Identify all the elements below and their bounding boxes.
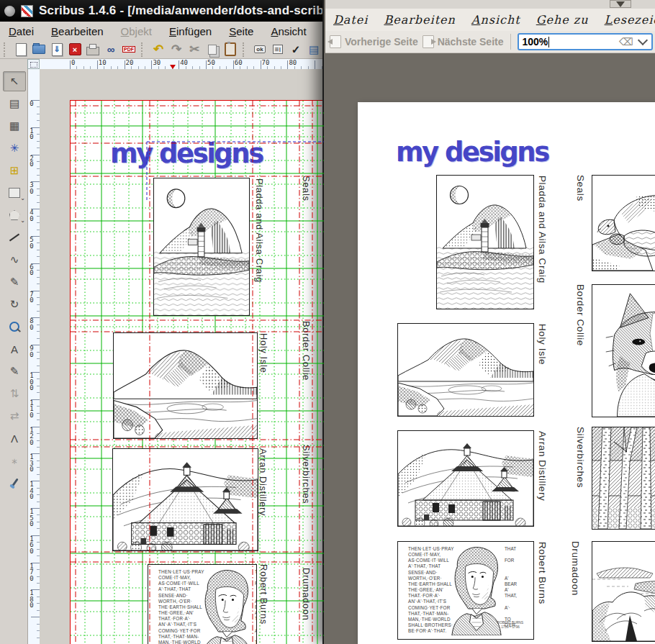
label-arran[interactable]: Arran Distillery — [258, 448, 268, 516]
pdf-viewer-window: DateiBearbeitenAnsichtGehe zuLesezeichen… — [322, 0, 655, 644]
line-icon[interactable] — [3, 227, 26, 248]
h-ruler-number: 80 — [289, 59, 297, 66]
next-page-button[interactable]: Nächste Seite — [423, 35, 504, 48]
image-frame-arran[interactable] — [112, 448, 258, 551]
pdf-label-holy-isle: Holy Isle — [537, 324, 548, 365]
preflight-verifier-button[interactable]: ∞ — [103, 42, 119, 58]
zoom-value: 100% — [523, 36, 548, 47]
viewer-content-area[interactable]: my designs Pladda and Ailsa Craig Seals … — [325, 53, 655, 644]
menu-item-gehe-zu[interactable]: Gehe zu — [528, 10, 597, 30]
h-ruler-number: 0 — [71, 59, 75, 66]
menu-item-seite[interactable]: Seite — [220, 23, 262, 40]
previous-page-button[interactable]: Vorherige Seite — [330, 35, 418, 48]
menu-item-bearbeiten[interactable]: Bearbeiten — [376, 10, 463, 30]
zoom-icon[interactable] — [3, 317, 26, 337]
image-frame-burns[interactable]: THEN·LET·US·PRAYCOME·IT·MAY,AS·COME·IT·W… — [148, 564, 257, 644]
menu-item-datei[interactable]: Datei — [0, 23, 42, 40]
printer-icon — [86, 47, 99, 55]
polygon-icon[interactable]: ⌄ — [3, 205, 26, 225]
pdf-label-robert-burns: Robert Burns — [537, 542, 548, 604]
image-frame-pladda[interactable] — [153, 178, 250, 316]
vertical-ruler[interactable]: 0102030405060708090100110120130140150160… — [27, 69, 40, 644]
copy-properties-icon[interactable]: ⁎ — [3, 450, 26, 471]
export-pdf-button[interactable]: PDF — [121, 42, 137, 58]
unlink-frames-icon[interactable]: ⇄ — [3, 406, 26, 426]
burns-poem: THEN·LET·US·PRAYCOME·IT·MAY,AS·COME·IT·W… — [158, 569, 238, 644]
window-control-button[interactable] — [610, 0, 631, 8]
freehand-icon[interactable]: ✎ — [3, 272, 26, 292]
scribus-app-icon — [21, 5, 33, 17]
render-frame-icon[interactable]: ✳ — [3, 138, 26, 158]
next-page-icon — [423, 35, 434, 48]
toolbar-handle[interactable] — [141, 42, 146, 57]
open-document-button[interactable] — [31, 42, 47, 58]
ruler-origin-box[interactable] — [27, 59, 40, 69]
burns-poem-fragment: THAT — [255, 569, 257, 574]
menu-item-objekt[interactable]: Objekt — [112, 23, 161, 40]
save-document-button[interactable]: ⇓ — [49, 42, 65, 58]
pdf-push-button-tool[interactable]: ok — [252, 42, 268, 58]
measure-icon[interactable]: Λ — [3, 428, 26, 448]
label-drumadoon[interactable]: Drumadoon — [301, 568, 312, 620]
pdf-combo-box-tool[interactable]: ▤ — [306, 42, 322, 58]
select-icon[interactable]: ↖ — [3, 71, 26, 91]
clear-input-icon[interactable]: ⌫ — [619, 36, 633, 47]
eyedropper-icon[interactable] — [3, 473, 26, 493]
rotate-icon[interactable]: ↻ — [3, 294, 26, 314]
previous-page-label: Vorherige Seite — [345, 36, 418, 47]
menu-item-einfügen[interactable]: Einfügen — [161, 23, 220, 40]
close-document-button[interactable]: × — [67, 42, 83, 58]
menu-item-ansicht[interactable]: Ansicht — [262, 23, 315, 40]
scissors-icon: ✂ — [189, 42, 199, 57]
viewer-menubar: DateiBearbeitenAnsichtGehe zuLesezeichen… — [325, 9, 655, 32]
label-seals[interactable]: Seals — [301, 176, 312, 201]
text-frame-icon[interactable]: ▤ — [3, 94, 26, 114]
shape-icon[interactable]: ⌄ — [3, 183, 26, 203]
window-menu-icon[interactable] — [4, 6, 15, 17]
pdf-label-silverbirches: Silverbirches — [575, 427, 586, 488]
v-ruler-number: 170 — [28, 563, 35, 582]
redo-button[interactable]: ↷ — [168, 42, 184, 58]
burns-poem-fragment: A'· — [505, 605, 510, 610]
image-frame-icon[interactable]: ▦ — [3, 116, 26, 136]
story-editor-icon[interactable]: ✎ — [3, 361, 26, 381]
menu-item-bearbeiten[interactable]: Bearbeiten — [42, 23, 112, 40]
toolbar-handle[interactable] — [4, 42, 9, 57]
menu-item-datei[interactable]: Datei — [325, 10, 376, 30]
paste-button[interactable] — [222, 42, 238, 58]
pladda-artwork — [154, 178, 249, 315]
v-ruler-number: 110 — [28, 400, 35, 419]
pdf-image-seals — [592, 175, 655, 271]
toolbar-handle[interactable] — [243, 42, 248, 57]
border-collie-artwork — [592, 285, 655, 417]
copy-button[interactable] — [204, 42, 220, 58]
bezier-icon[interactable]: ∿ — [3, 250, 26, 270]
viewer-toolbar: Vorherige Seite Nächste Seite 100% ⌫ — [325, 31, 655, 53]
scribus-page[interactable]: my designs Pladda and Ailsa Craig Seals … — [70, 100, 324, 644]
link-frames-icon[interactable]: ⇅ — [3, 384, 26, 404]
new-document-button[interactable] — [13, 42, 29, 58]
menu-item-lesezeichen[interactable]: Lesezeichen — [597, 10, 655, 30]
edit-contents-icon[interactable]: A — [3, 339, 26, 359]
label-holy-isle[interactable]: Holy Isle — [258, 333, 269, 373]
label-pladda[interactable]: Pladda and Ailsa Craig — [254, 178, 265, 283]
print-button[interactable] — [85, 42, 101, 58]
label-border-collie[interactable]: Border Collie — [301, 321, 312, 381]
v-ruler-number: 120 — [28, 427, 35, 446]
label-robert-burns[interactable]: Robert Burns — [258, 564, 269, 625]
pdf-text-field-tool[interactable]: ≡ı — [270, 42, 286, 58]
burns-poem-fragment: THAT, — [505, 593, 517, 598]
page-title[interactable]: my designs — [110, 138, 263, 169]
label-silverbirches[interactable]: Silverbirches — [301, 445, 312, 504]
chevron-down-icon[interactable] — [637, 35, 647, 45]
image-frame-holy-isle[interactable] — [113, 332, 258, 439]
undo-button[interactable]: ↶ — [150, 42, 166, 58]
menu-item-ansicht[interactable]: Ansicht — [464, 10, 528, 30]
cut-button[interactable]: ✂ — [186, 42, 202, 58]
table-icon[interactable]: ⊞ — [3, 160, 26, 181]
pdf-checkbox-tool[interactable]: ✓ — [288, 42, 304, 58]
silverbirches-artwork — [592, 427, 655, 529]
burns-poem-fragment: BEAR — [505, 581, 517, 586]
seals-artwork — [592, 176, 655, 271]
zoom-input[interactable]: 100% ⌫ — [518, 33, 653, 50]
